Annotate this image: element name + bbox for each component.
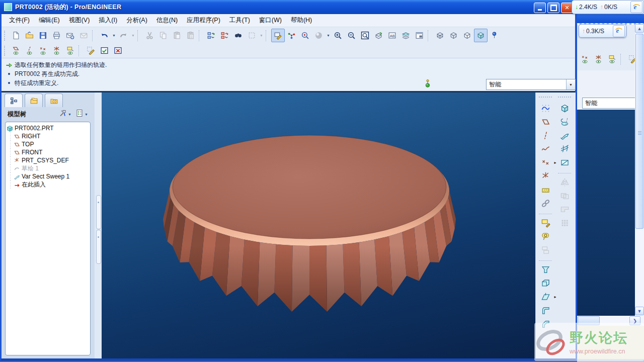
undo-button[interactable] [98, 29, 111, 42]
extrude-tool-button[interactable] [558, 102, 572, 115]
hidden-line-button[interactable] [447, 29, 460, 42]
tree-tools-button[interactable]: ▼ [59, 109, 72, 119]
bg-datum-point-display-toggle[interactable] [578, 52, 592, 66]
print-button[interactable] [50, 29, 63, 42]
csys-tool-button[interactable] [539, 169, 552, 183]
ie-browser-icon[interactable]: e [613, 25, 625, 37]
draft-tool-button[interactable]: ▸ [539, 290, 552, 304]
mirror-tool-button[interactable] [558, 175, 572, 189]
ie-browser-icon[interactable]: e [630, 1, 642, 13]
copy-button[interactable] [156, 29, 170, 42]
folder-browser-tab[interactable] [25, 94, 43, 107]
net-speed-overlay[interactable]: ↓ 2.4K/S ↑ 0K/S e [572, 0, 644, 14]
model-tree-tab[interactable] [5, 94, 23, 107]
sweep-tool-button[interactable] [558, 129, 572, 142]
menu-item-6[interactable]: 信息(N) [152, 15, 182, 26]
selection-filter-combo[interactable]: 智能 ▼ [486, 79, 576, 90]
menu-item-1[interactable]: 文件(F) [5, 15, 34, 26]
accept-window-button[interactable] [98, 44, 111, 57]
note-tool-button[interactable] [539, 216, 552, 230]
orient-mode-button[interactable] [298, 29, 312, 42]
datum-plane-tool-button[interactable] [539, 115, 552, 129]
bg-annotation-display-toggle[interactable] [605, 52, 619, 66]
minimize-button[interactable] [534, 3, 546, 13]
reorient-button[interactable] [372, 29, 385, 42]
select-dropdown[interactable]: ▼ [259, 30, 264, 42]
tree-item--[interactable]: 在此插入 [7, 180, 89, 189]
link-tool-button[interactable] [539, 197, 552, 210]
menu-item-7[interactable]: 应用程序(P) [182, 15, 225, 26]
menu-item-4[interactable]: 插入(I) [94, 15, 122, 26]
trim-tool-button[interactable] [558, 203, 572, 216]
tree-item-var-sect-sweep-1[interactable]: Var Sect Sweep 1 [7, 172, 89, 180]
spin-center-button[interactable] [285, 29, 298, 42]
datum-point-display-toggle[interactable] [36, 44, 50, 57]
regenerate-button[interactable] [204, 29, 218, 42]
fill-surface-tool-button[interactable] [558, 156, 572, 169]
menu-item-9[interactable]: 窗口(W) [255, 15, 286, 26]
bottle-cap-model[interactable] [102, 93, 535, 358]
tree-item-prt0002-prt[interactable]: PRT0002.PRT [7, 124, 89, 132]
tree-item-prt_csys_def[interactable]: PRT_CSYS_DEF [7, 156, 89, 164]
splitter-sash-handle[interactable] [96, 230, 101, 264]
favorites-tab[interactable] [45, 94, 63, 107]
refit-button[interactable] [358, 29, 372, 42]
title-bar[interactable]: PRT0002 (活动的) - Pro/ENGINEER ✕ [0, 0, 577, 14]
scroll-up-button[interactable]: ▲ [635, 24, 644, 33]
menu-item-5[interactable]: 分析(A) [122, 15, 152, 26]
tree-item--1[interactable]: 草绘 1 [7, 164, 89, 172]
tree-item-top[interactable]: TOP [7, 140, 89, 148]
round-tool-button[interactable] [539, 304, 552, 317]
view-manager-button[interactable] [413, 29, 426, 42]
balloon-note-tool-button[interactable] [539, 230, 552, 243]
datum-point-tool-button[interactable]: ▸ [539, 156, 552, 169]
save-file-button[interactable] [36, 29, 50, 42]
saved-views-button[interactable]: AB [385, 29, 399, 42]
menu-item-2[interactable]: 编辑(E) [34, 15, 64, 26]
menu-item-8[interactable]: 工具(T) [225, 15, 255, 26]
style-tool-button[interactable] [539, 102, 552, 115]
menu-item-3[interactable]: 视图(V) [64, 15, 95, 26]
merge-tool-button[interactable] [558, 189, 572, 203]
render-style-dropdown[interactable]: ▼ [326, 30, 331, 42]
zoom-in-button[interactable] [331, 29, 345, 42]
sketcher-display-button[interactable] [84, 44, 98, 57]
datum-axis-tool-button[interactable] [539, 129, 552, 142]
shell-tool-button[interactable] [539, 277, 552, 290]
new-file-button[interactable] [9, 29, 23, 42]
flyout-arrow-icon[interactable]: ▸ [554, 295, 556, 299]
notes-tool-button[interactable] [539, 243, 552, 257]
redo-dropdown[interactable]: ▼ [130, 30, 136, 42]
select-box-button[interactable] [245, 29, 259, 42]
tree-settings-button[interactable]: ▼ [75, 109, 89, 119]
redo-button[interactable] [117, 29, 130, 42]
abort-window-button[interactable] [111, 44, 125, 57]
curve-tool-button[interactable] [539, 142, 552, 156]
bg-datum-csys-display-toggle[interactable] [592, 52, 605, 66]
hole-tool-button[interactable] [539, 263, 552, 277]
splitter-sash-handle[interactable] [96, 195, 101, 229]
fill-tool-button[interactable] [539, 183, 552, 197]
undo-dropdown[interactable]: ▼ [111, 30, 117, 42]
background-window[interactable]: 智能 [577, 0, 644, 362]
zoom-out-button[interactable] [345, 29, 358, 42]
wireframe-button[interactable] [433, 29, 447, 42]
chevron-down-icon[interactable]: ▼ [566, 79, 575, 89]
panel-splitter[interactable] [95, 93, 102, 358]
render-style-button[interactable] [312, 29, 326, 42]
layers-button[interactable] [399, 29, 413, 42]
scroll-down-button[interactable]: ▼ [635, 307, 644, 315]
shaded-button[interactable] [474, 29, 488, 42]
print-preview-button[interactable] [63, 29, 77, 42]
tree-item-front[interactable]: FRONT [7, 148, 89, 156]
datum-csys-display-toggle[interactable] [50, 44, 63, 57]
tree-item-right[interactable]: RIGHT [7, 132, 89, 140]
boundary-blend-tool-button[interactable] [558, 142, 572, 156]
datum-tags-button[interactable] [488, 29, 501, 42]
datum-plane-display-toggle[interactable] [9, 44, 23, 57]
find-button[interactable] [231, 29, 245, 42]
annotation-display-toggle[interactable] [63, 44, 77, 57]
maximize-button[interactable] [547, 3, 559, 13]
pattern-tool-button[interactable] [558, 216, 572, 230]
custom-regenerate-button[interactable] [218, 29, 231, 42]
